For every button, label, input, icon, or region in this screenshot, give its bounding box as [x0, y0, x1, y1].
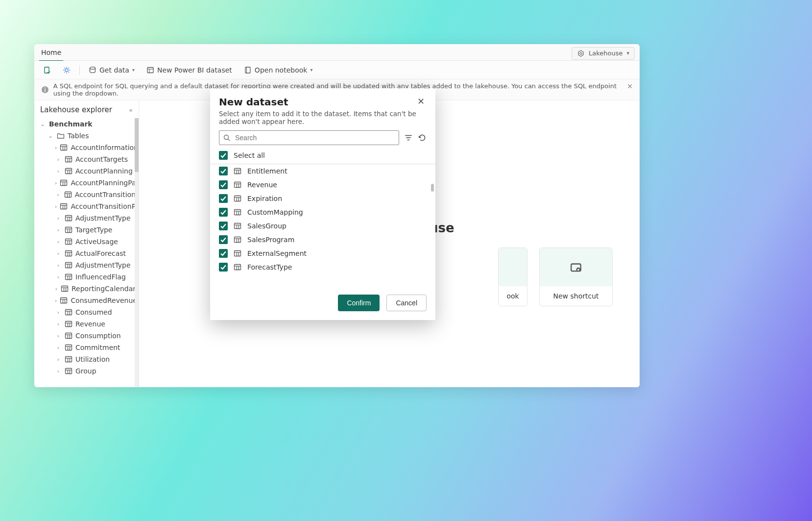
dataset-item[interactable]: Revenue [219, 178, 427, 192]
table-icon [65, 238, 72, 246]
chevron-right-icon: › [55, 345, 62, 351]
tree-table-item[interactable]: ›ConsumedRevenue [34, 295, 139, 306]
chevron-down-icon: ⌄ [39, 121, 46, 127]
collapse-sidebar-button[interactable]: « [129, 106, 133, 114]
table-icon [234, 222, 241, 230]
sidebar-scrollbar-thumb[interactable] [135, 118, 139, 172]
tree-table-item[interactable]: ›AccountTargets [34, 153, 139, 165]
tree-table-item[interactable]: ›AccountPlanningParticipants [34, 177, 139, 189]
tree-root[interactable]: ⌄ Benchmark [34, 118, 139, 130]
open-notebook-card-label: ook [502, 286, 523, 306]
shortcut-icon [570, 261, 582, 273]
tree-table-item[interactable]: ›AccountTransition [34, 189, 139, 200]
get-data-button[interactable]: Get data ▾ [85, 64, 139, 76]
svg-rect-21 [45, 89, 46, 92]
dataset-item[interactable]: Entitlement [219, 164, 427, 178]
explorer-tree[interactable]: ⌄ Benchmark ⌄ Tables ›AccountInformation… [34, 118, 139, 387]
table-icon [65, 332, 72, 340]
tree-table-item[interactable]: ›Consumption [34, 330, 139, 342]
tree-table-item[interactable]: ›AdjustmentType [34, 212, 139, 224]
open-notebook-card[interactable]: ook [498, 248, 527, 306]
chevron-right-icon: › [55, 298, 57, 304]
chevron-right-icon: › [55, 239, 62, 245]
tree-table-item[interactable]: ›Revenue [34, 318, 139, 330]
tree-table-item[interactable]: ›AdjustmentType [34, 259, 139, 271]
toolbar: Get data ▾ New Power BI dataset Open not… [34, 61, 640, 79]
svg-point-13 [65, 69, 68, 72]
tree-table-item[interactable]: ›Consumed [34, 306, 139, 318]
check-icon [220, 237, 226, 243]
tree-table-item[interactable]: ›AccountTransitionPulseSurvey [34, 200, 139, 212]
tab-home[interactable]: Home [39, 46, 63, 61]
item-checkbox[interactable] [219, 208, 228, 217]
new-shortcut-card[interactable]: New shortcut [539, 248, 613, 306]
check-icon [220, 152, 226, 158]
info-icon [41, 86, 48, 94]
chevron-down-icon: ⌄ [47, 133, 54, 139]
dialog-close-button[interactable]: ✕ [415, 96, 427, 107]
lakehouse-dropdown[interactable]: Lakehouse ▾ [572, 47, 635, 60]
select-all-row[interactable]: Select all [210, 148, 435, 164]
dialog-subtitle: Select any item to add it to the dataset… [210, 110, 435, 130]
table-icon [60, 202, 68, 210]
tree-table-label: Consumption [75, 332, 121, 340]
dialog-scrollbar-thumb[interactable] [431, 184, 434, 192]
tree-table-item[interactable]: ›AccountInformation [34, 142, 139, 153]
confirm-button[interactable]: Confirm [338, 295, 380, 311]
tree-table-label: AccountInformation [71, 144, 138, 151]
notebook-icon [244, 66, 252, 74]
settings-button[interactable] [59, 64, 74, 76]
item-checkbox[interactable] [219, 180, 228, 189]
table-icon [60, 144, 68, 151]
info-close-button[interactable]: ✕ [627, 82, 633, 90]
tree-table-label: ActualForecast [75, 249, 126, 257]
tree-root-label: Benchmark [49, 120, 93, 128]
select-all-checkbox[interactable] [219, 151, 228, 160]
dialog-search-box[interactable] [219, 130, 399, 145]
cancel-button[interactable]: Cancel [386, 295, 427, 311]
svg-point-22 [45, 87, 46, 88]
dataset-item-label: Entitlement [247, 167, 287, 175]
dataset-item[interactable]: ForecastType [219, 260, 427, 274]
refresh-icon[interactable] [418, 133, 427, 142]
dataset-item-label: ForecastType [247, 263, 292, 271]
table-icon [234, 208, 241, 216]
dataset-item[interactable]: ExternalSegment [219, 247, 427, 260]
dataset-item[interactable]: Expiration [219, 192, 427, 205]
get-data-label: Get data [99, 66, 129, 74]
filter-icon[interactable] [404, 133, 413, 142]
item-checkbox[interactable] [219, 194, 228, 203]
dataset-item[interactable]: CustomMapping [219, 205, 427, 219]
tree-table-item[interactable]: ›InfluencedFlag [34, 271, 139, 283]
table-icon [234, 181, 241, 189]
tree-table-item[interactable]: ›Group [34, 365, 139, 377]
item-checkbox[interactable] [219, 235, 228, 244]
item-checkbox[interactable] [219, 167, 228, 175]
tree-table-label: ConsumedRevenue [71, 297, 137, 304]
tree-table-item[interactable]: ›Commitment [34, 342, 139, 353]
dataset-item[interactable]: SalesGroup [219, 219, 427, 233]
tree-table-item[interactable]: ›ReportingCalendar [34, 283, 139, 295]
dataset-item[interactable]: SalesProgram [219, 233, 427, 247]
tree-table-item[interactable]: ›TargetType [34, 224, 139, 236]
tree-table-item[interactable]: ›Utilization [34, 353, 139, 365]
tree-table-item[interactable]: ›AccountPlanning [34, 165, 139, 177]
item-checkbox[interactable] [219, 222, 228, 230]
tree-table-item[interactable]: ›ActiveUsage [34, 236, 139, 248]
dialog-search-input[interactable] [234, 133, 395, 142]
new-dataset-button[interactable]: New Power BI dataset [143, 64, 236, 76]
tree-table-item[interactable]: ›ActualForecast [34, 248, 139, 259]
sidebar-scrollbar-track[interactable] [135, 118, 139, 387]
open-notebook-button[interactable]: Open notebook ▾ [240, 64, 317, 76]
chevron-right-icon: › [55, 145, 57, 151]
item-checkbox[interactable] [219, 249, 228, 258]
dialog-items-list[interactable]: EntitlementRevenueExpirationCustomMappin… [210, 164, 435, 288]
action-cards: ook New shortcut [498, 248, 613, 306]
tree-tables-folder[interactable]: ⌄ Tables [34, 130, 139, 142]
new-shortcut-card-label: New shortcut [549, 286, 602, 306]
svg-point-14 [90, 67, 96, 69]
new-page-button[interactable] [39, 64, 55, 76]
item-checkbox[interactable] [219, 263, 228, 272]
check-icon [220, 182, 226, 188]
select-all-label: Select all [234, 151, 265, 159]
